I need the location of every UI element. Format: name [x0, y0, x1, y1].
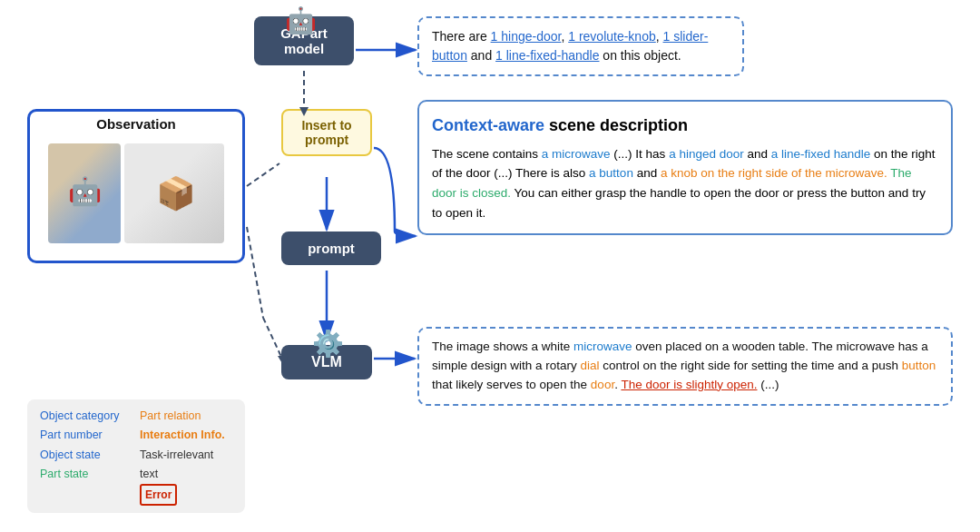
observation-label: Observation: [34, 116, 238, 132]
gapart-item4: 1 line-fixed-handle: [495, 48, 599, 63]
observation-box: Observation: [27, 109, 245, 263]
vlm-door: door: [591, 378, 614, 391]
vlm-dial: dial: [581, 359, 600, 372]
ctx-microwave: a microwave: [542, 147, 611, 161]
context-text: The scene contains a microwave (...) It …: [432, 144, 938, 222]
legend-task-irrelevant: Task-irrelevant text: [140, 446, 232, 485]
svg-line-7: [247, 227, 263, 318]
ctx-button: a button: [589, 166, 633, 180]
gapart-out-prefix: There are: [432, 29, 491, 44]
diagram-container: 🤖 GAPart model Observation Insert to pro…: [0, 0, 980, 532]
legend-part-state: Part state: [40, 465, 132, 484]
gapart-item1: 1 hinge-door: [491, 29, 562, 44]
legend-part-relation: Part relation: [140, 407, 232, 426]
error-badge: Error: [140, 484, 177, 506]
context-aware-box: Context-aware scene description The scen…: [417, 100, 953, 235]
legend-interaction-info: Interaction Info.: [140, 426, 232, 445]
vlm-text1: The image shows a white: [432, 340, 573, 353]
prompt-box: prompt: [281, 232, 381, 265]
gapart-item2: 1 revolute-knob: [568, 29, 656, 44]
legend-col2: Part relation Interaction Info. Task-irr…: [140, 407, 232, 506]
observation-images: [34, 134, 238, 252]
vlm-microwave: microwave: [573, 340, 632, 353]
legend-grid: Object category Part number Object state…: [40, 407, 232, 506]
legend-object-category: Object category: [40, 407, 132, 426]
context-title-plain: scene description: [544, 116, 688, 134]
insert-to-prompt-box: Insert to prompt: [281, 109, 372, 156]
microwave-image: [124, 143, 224, 243]
legend-box: Object category Part number Object state…: [27, 399, 245, 513]
vlm-output-box: The image shows a white microwave oven p…: [417, 327, 953, 406]
robot-image: [48, 143, 121, 243]
vlm-text3: control on the right side for setting th…: [600, 359, 902, 372]
context-title: Context-aware scene description: [432, 113, 938, 139]
ctx-handle: a line-fixed handle: [771, 147, 871, 161]
robot-icon: 🤖: [285, 5, 317, 35]
vlm-text6: (...): [758, 378, 779, 391]
legend-error: Error: [140, 484, 232, 506]
legend-object-state: Object state: [40, 446, 132, 465]
ctx-knob: a knob on the right side of the microwav…: [661, 166, 887, 180]
gapart-text-mid: and: [467, 48, 495, 63]
gapart-output-box: There are 1 hinge-door, 1 revolute-knob,…: [417, 16, 744, 76]
gear-icon: ⚙️: [312, 329, 344, 359]
gapart-comma2: ,: [656, 29, 663, 44]
vlm-button: button: [902, 359, 936, 372]
svg-line-6: [247, 163, 279, 186]
ctx-hinged-door: a hinged door: [669, 147, 744, 161]
svg-line-8: [263, 318, 281, 357]
context-title-colored: Context-aware: [432, 116, 544, 134]
gapart-suffix: on this object.: [599, 48, 681, 63]
legend-part-number: Part number: [40, 426, 132, 445]
legend-col1: Object category Part number Object state…: [40, 407, 132, 506]
vlm-highlight: The door is slightly open.: [621, 378, 757, 391]
vlm-text4: that likely serves to open the: [432, 378, 591, 391]
